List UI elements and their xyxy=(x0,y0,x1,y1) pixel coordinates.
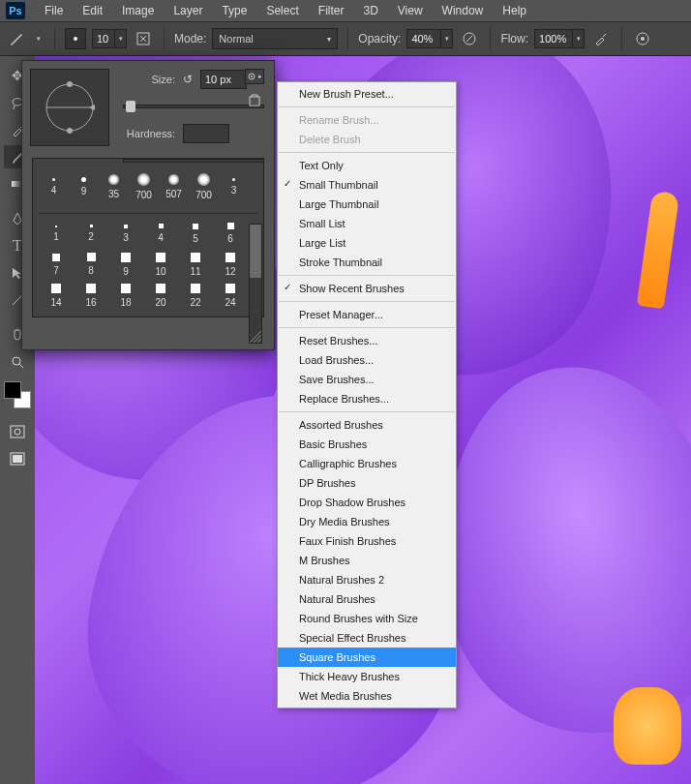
hardness-slider[interactable] xyxy=(123,159,264,163)
menu-file[interactable]: File xyxy=(35,2,73,19)
svg-rect-11 xyxy=(13,455,22,463)
menu-item-assorted-brushes[interactable]: Assorted Brushes xyxy=(278,415,456,435)
chevron-down-icon[interactable]: ▾ xyxy=(573,29,585,48)
size-slider[interactable] xyxy=(123,105,264,108)
blend-mode-select[interactable]: Normal ▾ xyxy=(212,28,338,49)
brush-preset[interactable]: 16 xyxy=(74,280,108,311)
size-label: Size: xyxy=(119,74,175,85)
brush-preset[interactable]: 14 xyxy=(39,280,74,311)
menu-item-stroke-thumbnail[interactable]: Stroke Thumbnail xyxy=(278,253,456,272)
resize-grip-icon[interactable] xyxy=(249,330,264,346)
brush-preset[interactable]: 4 xyxy=(39,165,69,209)
menu-item-large-thumbnail[interactable]: Large Thumbnail xyxy=(278,195,456,214)
tool-dropdown-icon[interactable]: ▾ xyxy=(33,29,45,48)
flow-field[interactable]: 100% ▾ xyxy=(534,29,585,48)
hardness-label: Hardness: xyxy=(119,128,175,139)
brush-preset[interactable]: 7 xyxy=(39,249,74,280)
gear-icon[interactable]: ▸ xyxy=(245,69,264,84)
brush-preset[interactable]: 1 xyxy=(39,218,74,249)
brush-angle-preview[interactable] xyxy=(30,69,109,146)
menu-help[interactable]: Help xyxy=(493,2,536,19)
menu-edit[interactable]: Edit xyxy=(73,2,112,19)
menu-item-large-list[interactable]: Large List xyxy=(278,233,456,253)
menu-image[interactable]: Image xyxy=(112,2,164,19)
brush-preset[interactable]: 8 xyxy=(74,249,108,280)
menu-item-thick-heavy-brushes[interactable]: Thick Heavy Brushes xyxy=(278,667,456,686)
menu-item-dry-media-brushes[interactable]: Dry Media Brushes xyxy=(278,512,456,531)
menu-item-basic-brushes[interactable]: Basic Brushes xyxy=(278,435,456,454)
separator xyxy=(621,27,622,50)
menu-item-small-thumbnail[interactable]: Small Thumbnail xyxy=(278,175,456,195)
menu-item-dp-brushes[interactable]: DP Brushes xyxy=(278,473,456,493)
brush-preset[interactable]: 10 xyxy=(143,249,178,280)
menu-layer[interactable]: Layer xyxy=(164,2,212,19)
size-input[interactable]: 10 px xyxy=(200,70,247,89)
menu-select[interactable]: Select xyxy=(256,2,308,19)
new-preset-icon[interactable] xyxy=(245,92,264,109)
foreground-color-swatch[interactable] xyxy=(4,381,21,399)
brush-preset[interactable]: 6 xyxy=(213,218,248,249)
airbrush-icon[interactable] xyxy=(590,28,612,49)
brush-preset[interactable]: 9 xyxy=(108,249,143,280)
menu-item-m-brushes[interactable]: M Brushes xyxy=(278,551,456,570)
menu-item-special-effect-brushes[interactable]: Special Effect Brushes xyxy=(278,628,456,648)
menu-item-calligraphic-brushes[interactable]: Calligraphic Brushes xyxy=(278,454,456,473)
scroll-thumb[interactable] xyxy=(250,225,261,278)
brush-preset[interactable]: 18 xyxy=(108,280,143,311)
menu-item-text-only[interactable]: Text Only xyxy=(278,156,456,175)
brush-preset[interactable]: 11 xyxy=(178,249,213,280)
menu-item-natural-brushes[interactable]: Natural Brushes xyxy=(278,589,456,609)
pressure-size-icon[interactable] xyxy=(632,28,653,49)
brush-preset[interactable]: 20 xyxy=(143,280,178,311)
brush-preset[interactable]: 24 xyxy=(213,280,248,311)
chevron-down-icon: ▾ xyxy=(327,35,331,44)
svg-point-6 xyxy=(13,357,20,365)
hardness-input[interactable] xyxy=(183,124,229,143)
brush-preset[interactable]: 12 xyxy=(213,249,248,280)
menu-window[interactable]: Window xyxy=(433,2,494,19)
brush-preset[interactable]: 2 xyxy=(74,218,108,249)
svg-point-18 xyxy=(251,75,253,77)
chevron-down-icon[interactable]: ▾ xyxy=(115,29,127,48)
menu-item-wet-media-brushes[interactable]: Wet Media Brushes xyxy=(278,686,456,706)
menu-filter[interactable]: Filter xyxy=(309,2,354,19)
menu-item-square-brushes[interactable]: Square Brushes xyxy=(278,648,456,667)
reset-icon[interactable]: ↺ xyxy=(183,73,193,86)
menu-view[interactable]: View xyxy=(388,2,433,19)
scrollbar[interactable] xyxy=(249,224,262,344)
menu-item-preset-manager[interactable]: Preset Manager... xyxy=(278,305,456,324)
menu-item-show-recent-brushes[interactable]: Show Recent Brushes xyxy=(278,279,456,298)
chevron-down-icon[interactable]: ▾ xyxy=(441,29,453,48)
menu-item-natural-brushes-2[interactable]: Natural Brushes 2 xyxy=(278,570,456,589)
menu-item-save-brushes[interactable]: Save Brushes... xyxy=(278,370,456,389)
menu-item-faux-finish-brushes[interactable]: Faux Finish Brushes xyxy=(278,531,456,551)
menu-item-replace-brushes[interactable]: Replace Brushes... xyxy=(278,389,456,408)
brush-size-field[interactable]: 10 ▾ xyxy=(92,29,127,48)
options-bar: ▾ 10 ▾ Mode: Normal ▾ Opacity: 40% ▾ Flo… xyxy=(0,21,691,56)
brush-preset[interactable]: 4 xyxy=(143,218,178,249)
zoom-tool[interactable] xyxy=(4,350,31,374)
opacity-value: 40% xyxy=(406,29,441,48)
brush-preview-swatch[interactable] xyxy=(65,28,86,49)
brush-preset[interactable]: 9 xyxy=(69,165,99,209)
menu-item-small-list[interactable]: Small List xyxy=(278,214,456,233)
menu-item-drop-shadow-brushes[interactable]: Drop Shadow Brushes xyxy=(278,493,456,512)
brush-panel-toggle-icon[interactable] xyxy=(133,28,154,49)
quick-mask-icon[interactable] xyxy=(4,420,31,443)
svg-point-14 xyxy=(67,81,73,87)
menu-3d[interactable]: 3D xyxy=(353,2,387,19)
tool-indicator-brush[interactable] xyxy=(6,28,27,49)
opacity-field[interactable]: 40% ▾ xyxy=(406,29,453,48)
menu-item-round-brushes-with-size[interactable]: Round Brushes with Size xyxy=(278,609,456,628)
screen-mode-icon[interactable] xyxy=(4,447,31,470)
menu-item-load-brushes[interactable]: Load Brushes... xyxy=(278,350,456,370)
color-swatches[interactable] xyxy=(4,381,31,408)
svg-point-9 xyxy=(15,429,20,435)
brush-preset[interactable]: 5 xyxy=(178,218,213,249)
menu-item-new-brush-preset[interactable]: New Brush Preset... xyxy=(278,84,456,104)
menu-item-reset-brushes[interactable]: Reset Brushes... xyxy=(278,331,456,350)
brush-preset[interactable]: 22 xyxy=(178,280,213,311)
brush-preset[interactable]: 3 xyxy=(108,218,143,249)
pressure-opacity-icon[interactable] xyxy=(459,28,480,49)
menu-type[interactable]: Type xyxy=(212,2,256,19)
